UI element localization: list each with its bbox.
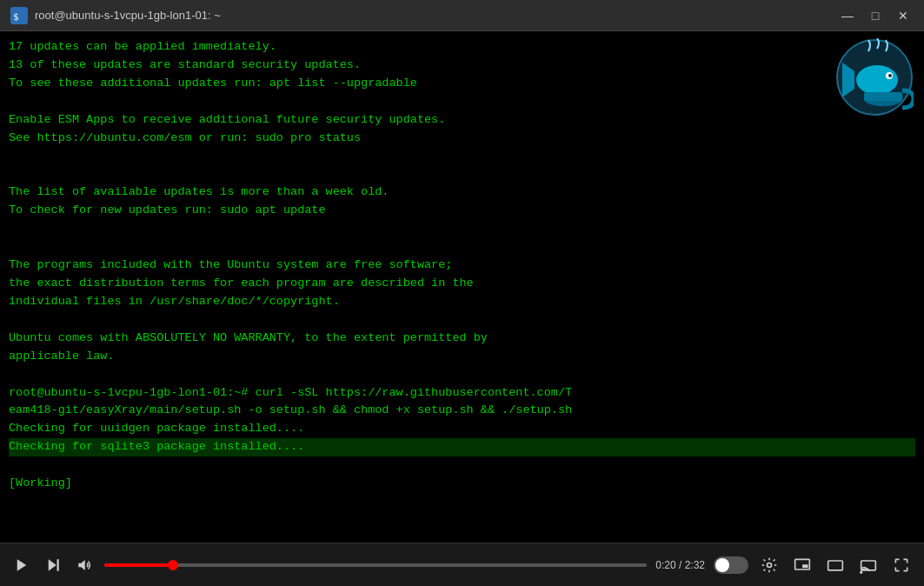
svg-rect-15 [802, 564, 808, 568]
skip-forward-icon [45, 557, 61, 573]
toggle-knob [715, 558, 729, 572]
svg-text:$: $ [13, 11, 19, 23]
svg-marker-9 [17, 559, 27, 571]
minimize-button[interactable]: — [837, 5, 858, 26]
theater-icon [827, 556, 844, 574]
svg-marker-10 [49, 559, 57, 571]
title-bar-left: $ root@ubuntu-s-1vcpu-1gb-lon1-01: ~ [10, 7, 221, 24]
svg-rect-16 [828, 561, 843, 570]
time-display: 0:20 / 2:32 [655, 559, 705, 571]
cast-icon [860, 556, 877, 574]
settings-icon [761, 556, 778, 574]
skip-forward-button[interactable] [42, 554, 64, 576]
svg-rect-11 [57, 559, 59, 571]
svg-marker-12 [78, 560, 85, 570]
terminal-window: 17 updates can be applied immediately. 1… [0, 31, 924, 543]
subtitles-toggle[interactable] [714, 556, 748, 574]
close-button[interactable]: ✕ [893, 5, 914, 26]
title-bar-controls: — □ ✕ [837, 5, 914, 26]
terminal-output: 17 updates can be applied immediately. 1… [0, 31, 924, 499]
fullscreen-button[interactable] [889, 553, 914, 577]
time-separator: / [679, 559, 685, 571]
terminal-text: 17 updates can be applied immediately. 1… [9, 38, 915, 493]
progress-container [104, 563, 647, 567]
settings-button[interactable] [757, 553, 781, 577]
video-controls-bar: 0:20 / 2:32 [0, 543, 924, 586]
svg-point-18 [860, 570, 862, 573]
current-time: 0:20 [655, 559, 675, 571]
maximize-button[interactable]: □ [865, 5, 886, 26]
mini-player-icon [794, 556, 811, 574]
theater-mode-button[interactable] [823, 553, 848, 577]
progress-fill [104, 563, 174, 567]
cast-button[interactable] [856, 553, 881, 577]
mini-player-button[interactable] [790, 553, 814, 577]
svg-point-13 [768, 563, 772, 567]
progress-bar[interactable] [104, 563, 647, 567]
window-title: root@ubuntu-s-1vcpu-1gb-lon1-01: ~ [35, 9, 221, 22]
volume-icon [76, 557, 92, 573]
volume-button[interactable] [73, 554, 96, 576]
play-icon [14, 557, 30, 573]
title-bar: $ root@ubuntu-s-1vcpu-1gb-lon1-01: ~ — □… [0, 0, 924, 31]
play-button[interactable] [10, 554, 33, 576]
total-time: 2:32 [685, 559, 705, 571]
fullscreen-icon [893, 556, 910, 574]
terminal-icon: $ [10, 7, 28, 24]
